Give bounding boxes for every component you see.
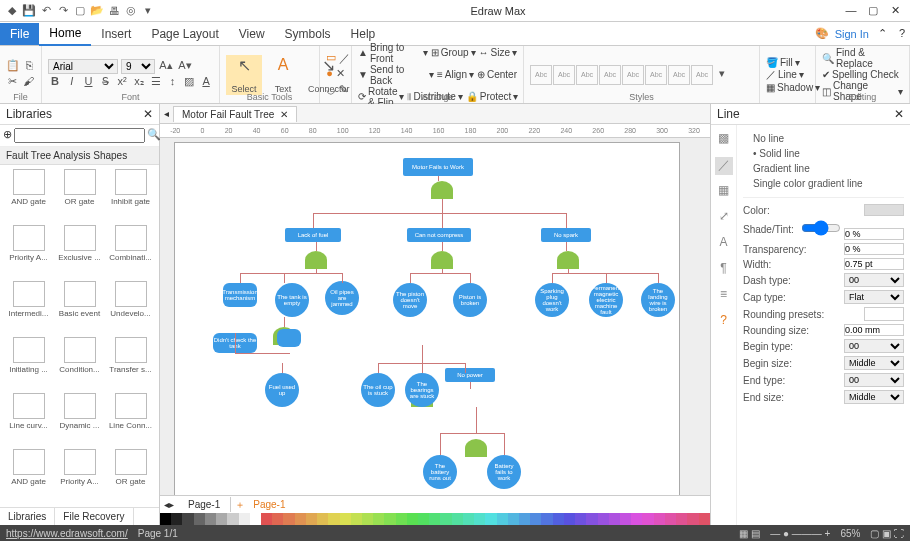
font-size-select[interactable]: 9 — [121, 59, 155, 74]
tree-gate[interactable] — [557, 251, 579, 269]
shape-line-icon[interactable]: ／ — [339, 51, 350, 67]
style-swatch[interactable]: Abc — [645, 65, 667, 85]
shape-item[interactable]: Basic event — [55, 281, 104, 335]
tree-node-rect[interactable]: No spark — [541, 228, 591, 242]
add-page-icon[interactable]: ＋ — [231, 498, 249, 512]
shape-arc-icon[interactable]: ◡ — [326, 83, 336, 99]
opt-no-line[interactable]: No line — [743, 131, 904, 146]
tree-gate[interactable] — [431, 181, 453, 199]
send-back-button[interactable]: ▼ Send to Back ▾ — [358, 64, 434, 86]
shape-item[interactable]: AND gate — [4, 169, 53, 223]
shade-slider[interactable] — [801, 219, 841, 237]
group-button[interactable]: ⊞ Group ▾ — [431, 47, 476, 58]
paste-icon[interactable]: 📋 — [6, 59, 20, 75]
print-icon[interactable]: 🖶 — [106, 3, 122, 19]
tab-insert[interactable]: Insert — [91, 23, 141, 45]
ends-select[interactable]: Middle — [844, 390, 904, 404]
shape-rect-icon[interactable]: ▭ — [326, 51, 336, 67]
shape-item[interactable]: OR gate — [106, 449, 155, 503]
sign-in-link[interactable]: Sign In — [829, 28, 875, 40]
shape-item[interactable]: OR gate — [55, 169, 104, 223]
tree-node-event[interactable]: Piston is broken — [453, 283, 487, 317]
font-family-select[interactable]: Arial — [48, 59, 118, 74]
lib-section-title[interactable]: Fault Tree Analysis Shapes — [6, 150, 127, 161]
panel-line-icon[interactable]: ／ — [715, 157, 733, 175]
linespace-icon[interactable]: ↕ — [166, 75, 180, 91]
text-tool[interactable]: AText — [265, 55, 301, 95]
panel-layer-icon[interactable]: ≡ — [715, 287, 733, 305]
panel-shadow-icon[interactable]: ▦ — [715, 183, 733, 201]
tree-node-event[interactable]: The piston doesn't move — [393, 283, 427, 317]
ribbon-collapse-icon[interactable]: ⌃ — [875, 27, 891, 40]
style-swatch[interactable]: Abc — [599, 65, 621, 85]
sub-icon[interactable]: x₂ — [132, 75, 146, 91]
shape-pencil-icon[interactable]: ✎ — [339, 83, 348, 99]
bold-icon[interactable]: B — [48, 75, 62, 91]
search-icon[interactable]: 🔍 — [147, 128, 161, 143]
endt-select[interactable]: 00 — [844, 373, 904, 387]
tree-node-event[interactable]: The bearings are stuck — [405, 373, 439, 407]
transp-input[interactable] — [844, 243, 904, 255]
tree-node-event[interactable]: The tank is empty — [275, 283, 309, 317]
panel-size-icon[interactable]: ⤢ — [715, 209, 733, 227]
fill-button[interactable]: 🪣 Fill ▾ — [766, 57, 809, 68]
color-strip[interactable] — [160, 513, 710, 525]
shape-item[interactable]: Line Conn... — [106, 393, 155, 447]
cut-icon[interactable]: ✂ — [6, 75, 19, 91]
shape-item[interactable]: Dynamic ... — [55, 393, 104, 447]
style-swatch[interactable]: Abc — [668, 65, 690, 85]
style-more-icon[interactable]: ▾ — [714, 67, 730, 83]
shape-item[interactable]: Combinati... — [106, 225, 155, 279]
tree-node-event[interactable]: Oil pipes are jammed — [325, 281, 359, 315]
highlight-icon[interactable]: ▨ — [182, 75, 196, 91]
italic-icon[interactable]: I — [65, 75, 79, 91]
palette-icon[interactable]: 🎨 — [815, 27, 829, 40]
super-icon[interactable]: x² — [115, 75, 129, 91]
tree-node-rect[interactable]: Motor Fails to Work — [403, 158, 473, 176]
help-icon[interactable]: ? — [894, 27, 910, 39]
redo-icon[interactable]: ↷ — [55, 3, 71, 19]
new-icon[interactable]: ▢ — [72, 3, 88, 19]
doc-tab-prev-icon[interactable]: ◂ — [160, 108, 173, 119]
tab-pagelayout[interactable]: Page Layout — [141, 23, 228, 45]
shape-item[interactable]: Condition... — [55, 337, 104, 391]
begins-select[interactable]: Middle — [844, 356, 904, 370]
doc-tab-close-icon[interactable]: ✕ — [280, 109, 288, 120]
tab-symbols[interactable]: Symbols — [275, 23, 341, 45]
tree-node-rect[interactable]: Can not compress — [407, 228, 471, 242]
shape-item[interactable]: AND gate — [4, 449, 53, 503]
lib-search-input[interactable] — [14, 128, 145, 143]
opt-solid-line[interactable]: • Solid line — [743, 146, 904, 161]
underline-icon[interactable]: U — [82, 75, 96, 91]
copy-icon[interactable]: ⎘ — [23, 59, 35, 75]
increase-font-icon[interactable]: A▴ — [158, 59, 174, 75]
save-icon[interactable]: 💾 — [21, 3, 37, 19]
tab-home[interactable]: Home — [39, 22, 91, 46]
tree-node-event[interactable]: Fuel used up — [265, 373, 299, 407]
shape-circle-icon[interactable]: ● — [326, 67, 333, 83]
tab-libraries[interactable]: Libraries — [0, 508, 55, 525]
width-input[interactable] — [844, 258, 904, 270]
rounds-input[interactable] — [844, 324, 904, 336]
shape-cross-icon[interactable]: ✕ — [336, 67, 345, 83]
status-url[interactable]: https://www.edrawsoft.com/ — [6, 528, 128, 539]
canvas-page[interactable]: Motor Fails to WorkLack of fuelCan not c… — [174, 142, 680, 495]
tree-node-event[interactable]: Permanent magnetic electric machine faul… — [589, 283, 623, 317]
style-swatch[interactable]: Abc — [691, 65, 713, 85]
shape-item[interactable]: Priority A... — [4, 225, 53, 279]
qat-dropdown-icon[interactable]: ▾ — [140, 3, 156, 19]
align-button[interactable]: ≡ Align ▾ — [437, 69, 474, 80]
find-replace-button[interactable]: 🔍 Find & Replace — [822, 47, 903, 69]
font-color-icon[interactable]: A — [199, 75, 213, 91]
shape-item[interactable]: Exclusive ... — [55, 225, 104, 279]
maximize-icon[interactable]: ▢ — [864, 4, 882, 17]
shape-item[interactable]: Intermedi... — [4, 281, 53, 335]
panel-help-icon[interactable]: ? — [715, 313, 733, 331]
page-nav-icon[interactable]: ◂▸ — [160, 499, 178, 510]
format-painter-icon[interactable]: 🖌 — [22, 75, 35, 91]
status-icons[interactable]: ▢ ▣ ⛶ — [870, 528, 904, 539]
view-mode-icon[interactable]: ▦ ▤ — [739, 528, 760, 539]
shadow-button[interactable]: ▦ Shadow ▾ — [766, 82, 809, 93]
shade-input[interactable] — [844, 228, 904, 240]
spell-check-button[interactable]: ✔ Spelling Check — [822, 69, 903, 80]
